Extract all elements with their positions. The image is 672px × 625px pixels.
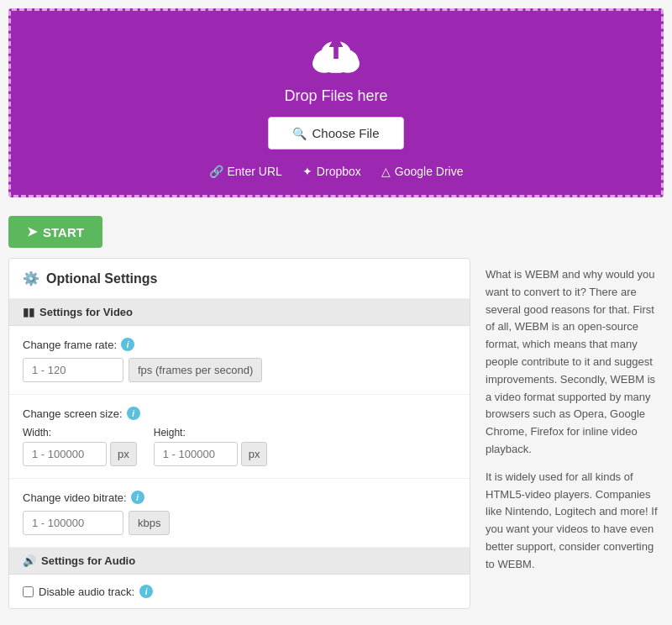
video-section-label: Settings for Video: [39, 306, 133, 318]
screen-size-label: Change screen size: i: [23, 407, 456, 420]
enter-url-link[interactable]: 🔗 Enter URL: [209, 165, 282, 178]
audio-section-label: Settings for Audio: [41, 554, 135, 567]
link-icon: 🔗: [209, 165, 223, 178]
width-input[interactable]: [23, 442, 107, 466]
drop-files-text: Drop Files here: [28, 87, 644, 105]
drop-zone[interactable]: Drop Files here 🔍 Choose File 🔗 Enter UR…: [8, 8, 664, 197]
bitrate-label-text: Change video bitrate:: [23, 491, 127, 504]
frame-rate-row: Change frame rate: i fps (frames per sec…: [9, 326, 470, 395]
audio-icon: 🔊: [23, 554, 36, 567]
height-px-unit: px: [241, 442, 268, 466]
width-field: Width: px: [23, 427, 137, 466]
disable-audio-info-icon[interactable]: i: [139, 585, 153, 598]
google-drive-label: Google Drive: [395, 165, 464, 178]
upload-cloud-icon: [307, 28, 365, 81]
right-info-column: What is WEBM and why would you want to c…: [479, 258, 672, 625]
frame-rate-input-group: fps (frames per second): [23, 358, 456, 382]
bitrate-input-group: kbps: [23, 511, 456, 535]
start-button-top[interactable]: ➤ START: [8, 216, 102, 248]
drop-zone-links: 🔗 Enter URL ✦ Dropbox △ Google Drive: [28, 165, 644, 178]
gear-icon: ⚙️: [23, 270, 39, 286]
dropbox-link[interactable]: ✦ Dropbox: [302, 165, 361, 178]
enter-url-label: Enter URL: [228, 165, 282, 178]
width-px-unit: px: [110, 442, 137, 466]
height-input-group: px: [154, 442, 268, 466]
frame-rate-input[interactable]: [23, 358, 123, 382]
disable-audio-row: Disable audio track: i: [9, 575, 470, 608]
settings-panel-title: ⚙️ Optional Settings: [9, 259, 470, 299]
width-label: Width:: [23, 427, 137, 439]
bitrate-input[interactable]: [23, 511, 123, 535]
settings-panel: ⚙️ Optional Settings ▮▮ Settings for Vid…: [8, 258, 470, 609]
height-input[interactable]: [154, 442, 238, 466]
screen-size-label-text: Change screen size:: [23, 407, 123, 420]
left-column: ⚙️ Optional Settings ▮▮ Settings for Vid…: [0, 258, 479, 625]
bitrate-row: Change video bitrate: i kbps: [9, 479, 470, 548]
screen-size-inputs: Width: px Height: px: [23, 427, 456, 466]
info-paragraph-2: It is widely used for all kinds of HTML5…: [486, 469, 660, 574]
width-input-group: px: [23, 442, 137, 466]
dropbox-label: Dropbox: [317, 165, 361, 178]
height-field: Height: px: [154, 427, 268, 466]
disable-audio-checkbox[interactable]: [23, 586, 34, 597]
choose-file-button[interactable]: 🔍 Choose File: [268, 117, 403, 150]
search-icon: 🔍: [292, 127, 307, 140]
audio-section-header: 🔊 Settings for Audio: [9, 548, 470, 575]
info-paragraph-1: What is WEBM and why would you want to c…: [486, 266, 660, 459]
frame-rate-label-text: Change frame rate:: [23, 339, 117, 351]
bitrate-unit: kbps: [129, 511, 170, 535]
google-drive-link[interactable]: △ Google Drive: [381, 165, 464, 178]
disable-audio-label[interactable]: Disable audio track: i: [23, 585, 456, 598]
settings-title-text: Optional Settings: [46, 271, 157, 286]
google-drive-icon: △: [381, 165, 391, 178]
height-label: Height:: [154, 427, 268, 439]
video-icon: ▮▮: [23, 306, 34, 318]
screen-size-info-icon[interactable]: i: [127, 407, 140, 420]
frame-rate-unit: fps (frames per second): [129, 358, 262, 382]
choose-file-label: Choose File: [312, 126, 379, 140]
screen-size-row: Change screen size: i Width: px Height:: [9, 395, 470, 479]
bitrate-label: Change video bitrate: i: [23, 491, 456, 504]
bitrate-info-icon[interactable]: i: [131, 491, 144, 504]
main-layout: ⚙️ Optional Settings ▮▮ Settings for Vid…: [0, 258, 672, 625]
video-section-header: ▮▮ Settings for Video: [9, 299, 470, 326]
frame-rate-label: Change frame rate: i: [23, 338, 456, 351]
frame-rate-info-icon[interactable]: i: [121, 338, 134, 351]
disable-audio-text: Disable audio track:: [39, 586, 134, 598]
start-chevron-icon: ➤: [27, 224, 38, 239]
start-label: START: [43, 225, 84, 239]
dropbox-icon: ✦: [302, 165, 312, 178]
